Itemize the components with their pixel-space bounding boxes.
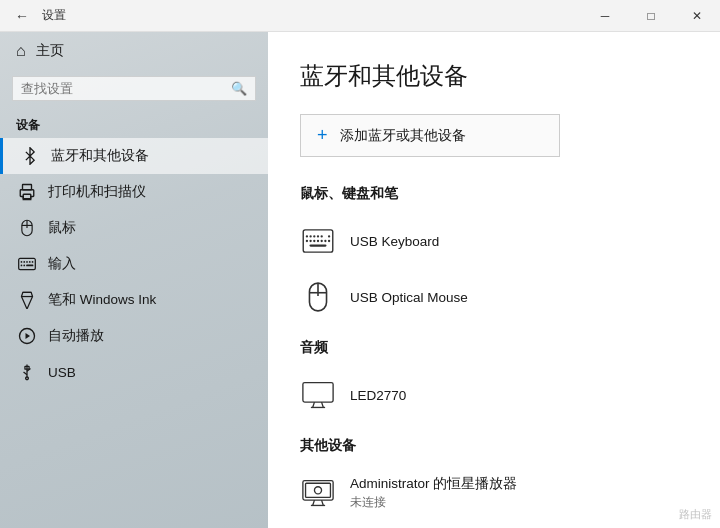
sidebar-item-bluetooth-label: 蓝牙和其他设备 — [51, 147, 149, 165]
minimize-button[interactable]: ─ — [582, 0, 628, 32]
section-title-keyboard-mouse: 鼠标、键盘和笔 — [300, 185, 688, 203]
watermark: 路由器 — [679, 507, 712, 522]
player-device-name: Administrator 的恒星播放器 — [350, 475, 517, 493]
monitor-device-icon — [300, 377, 336, 413]
player-device-info: Administrator 的恒星播放器 未连接 — [350, 475, 517, 511]
svg-point-47 — [314, 487, 321, 494]
svg-rect-46 — [306, 483, 331, 497]
sidebar-item-printer[interactable]: 打印机和扫描仪 — [0, 174, 268, 210]
add-device-label: 添加蓝牙或其他设备 — [340, 127, 466, 145]
sidebar-item-mouse[interactable]: 鼠标 — [0, 210, 268, 246]
svg-line-43 — [322, 402, 324, 407]
back-button[interactable]: ← — [8, 2, 36, 30]
sidebar-item-bluetooth[interactable]: 蓝牙和其他设备 — [0, 138, 268, 174]
keyboard-device-info: USB Keyboard — [350, 234, 439, 249]
titlebar-title: 设置 — [42, 7, 66, 24]
sidebar-item-home[interactable]: ⌂ 主页 — [0, 32, 268, 70]
mouse-device-name: USB Optical Mouse — [350, 290, 468, 305]
titlebar: ← 设置 ─ □ ✕ — [0, 0, 720, 32]
page-title: 蓝牙和其他设备 — [300, 60, 688, 92]
search-icon: 🔍 — [231, 81, 247, 96]
content-area: 蓝牙和其他设备 + 添加蓝牙或其他设备 鼠标、键盘和笔 — [268, 32, 720, 528]
keyboard-device-name: USB Keyboard — [350, 234, 439, 249]
svg-rect-1 — [23, 194, 31, 199]
bluetooth-icon — [19, 147, 41, 165]
sidebar-section-label: 设备 — [0, 111, 268, 138]
sidebar-item-usb[interactable]: USB — [0, 354, 268, 390]
section-title-audio: 音频 — [300, 339, 688, 357]
svg-line-48 — [313, 500, 315, 505]
maximize-button[interactable]: □ — [628, 0, 674, 32]
keyboard-device-icon — [300, 223, 336, 259]
svg-line-42 — [313, 402, 315, 407]
svg-marker-17 — [26, 333, 31, 339]
main-layout: ⌂ 主页 🔍 设备 蓝牙和其他设备 — [0, 32, 720, 528]
sidebar-item-printer-label: 打印机和扫描仪 — [48, 183, 146, 201]
autoplay-icon — [16, 327, 38, 345]
mouse-device-icon — [300, 279, 336, 315]
usb-icon — [16, 363, 38, 381]
sidebar-item-mouse-label: 鼠标 — [48, 219, 76, 237]
svg-rect-0 — [23, 185, 32, 190]
add-device-button[interactable]: + 添加蓝牙或其他设备 — [300, 114, 560, 157]
sidebar-item-usb-label: USB — [48, 365, 76, 380]
sidebar-content: ⌂ 主页 🔍 设备 蓝牙和其他设备 — [0, 32, 268, 390]
sidebar-home-label: 主页 — [36, 42, 64, 60]
svg-rect-41 — [303, 383, 333, 403]
close-button[interactable]: ✕ — [674, 0, 720, 32]
player-device-status: 未连接 — [350, 494, 517, 511]
sidebar-item-pen[interactable]: 笔和 Windows Ink — [0, 282, 268, 318]
mouse-icon — [16, 219, 38, 237]
player-device-icon — [300, 475, 336, 511]
svg-point-22 — [26, 377, 29, 380]
sidebar-item-input-label: 输入 — [48, 255, 76, 273]
device-item-keyboard: USB Keyboard — [300, 215, 688, 267]
window-controls: ─ □ ✕ — [582, 0, 720, 32]
search-box[interactable]: 🔍 — [12, 76, 256, 101]
sidebar-item-pen-label: 笔和 Windows Ink — [48, 291, 156, 309]
back-icon: ← — [15, 8, 29, 24]
device-item-monitor: LED2770 — [300, 369, 688, 421]
input-icon — [16, 257, 38, 271]
sidebar-item-autoplay[interactable]: 自动播放 — [0, 318, 268, 354]
sidebar-item-autoplay-label: 自动播放 — [48, 327, 104, 345]
mouse-device-info: USB Optical Mouse — [350, 290, 468, 305]
svg-line-49 — [322, 500, 324, 505]
device-item-player: Administrator 的恒星播放器 未连接 — [300, 467, 688, 519]
home-icon: ⌂ — [16, 42, 26, 60]
monitor-device-name: LED2770 — [350, 388, 406, 403]
section-title-other: 其他设备 — [300, 437, 688, 455]
pen-icon — [16, 291, 38, 309]
sidebar-item-input[interactable]: 输入 — [0, 246, 268, 282]
sidebar: ⌂ 主页 🔍 设备 蓝牙和其他设备 — [0, 32, 268, 528]
device-item-mouse: USB Optical Mouse — [300, 271, 688, 323]
add-icon: + — [317, 125, 328, 146]
search-input[interactable] — [21, 81, 231, 96]
svg-rect-5 — [19, 258, 36, 269]
printer-icon — [16, 183, 38, 201]
monitor-device-info: LED2770 — [350, 388, 406, 403]
